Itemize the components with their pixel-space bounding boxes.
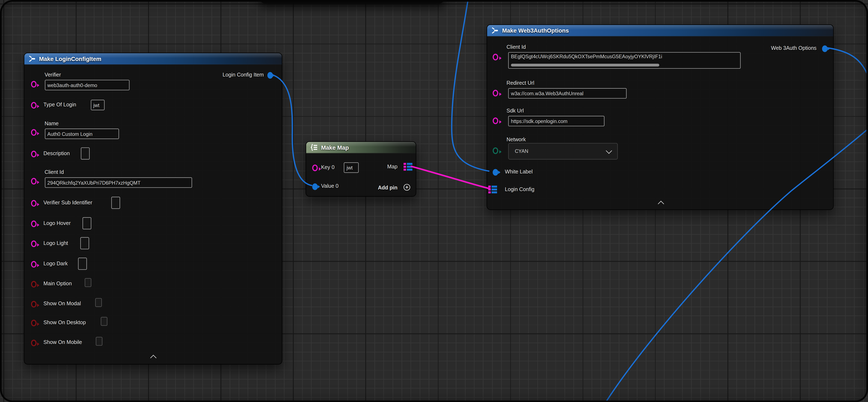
network-selected-value: CYAN	[515, 148, 528, 154]
verifier-sub-identifier-input[interactable]	[111, 197, 120, 209]
network-label: Network	[506, 136, 526, 142]
blueprint-editor: Make LoginConfigItem Verifier web3auth-a…	[0, 0, 868, 402]
logo-light-label: Logo Light	[43, 240, 68, 246]
verifier-input[interactable]: web3auth-auth0-demo	[44, 80, 129, 90]
sdk-url-pin[interactable]	[493, 117, 498, 124]
show-on-modal-label: Show On Modal	[43, 300, 81, 306]
type-of-login-label: Type Of Login	[43, 101, 76, 108]
network-dropdown[interactable]: CYAN	[508, 143, 618, 160]
map-grid-pin[interactable]	[404, 162, 412, 171]
logo-hover-pin[interactable]	[31, 221, 36, 227]
login-config-label: Login Config	[505, 186, 534, 192]
wire-map-to-loginconfig[interactable]	[411, 166, 490, 189]
chevron-down-icon	[606, 147, 612, 154]
make-map-icon	[310, 144, 318, 151]
node-make-loginconfigitem[interactable]: Make LoginConfigItem Verifier web3auth-a…	[24, 53, 282, 365]
value-0-pin[interactable]	[312, 183, 318, 190]
client-id-pin[interactable]	[31, 178, 36, 184]
node-title: Make Web3AuthOptions	[502, 27, 569, 34]
client-id-label: Client Id	[44, 169, 64, 175]
name-pin[interactable]	[31, 129, 36, 136]
description-pin[interactable]	[31, 151, 36, 157]
web3auth-options-output-pin[interactable]	[822, 46, 828, 52]
show-on-mobile-checkbox[interactable]	[96, 337, 102, 346]
node-header[interactable]: Make LoginConfigItem	[24, 53, 281, 65]
show-on-modal-checkbox[interactable]	[95, 298, 102, 307]
sdk-url-label: Sdk Url	[506, 108, 524, 114]
network-pin[interactable]	[493, 147, 498, 154]
description-input[interactable]	[81, 147, 89, 160]
make-struct-icon	[28, 55, 36, 63]
key-0-label: Key 0	[321, 164, 334, 170]
logo-dark-label: Logo Dark	[43, 260, 68, 267]
client-id-value: BEglQSgt4cUWcj6SKRdu5QkOXTsePmMcusG5EAoy…	[509, 53, 740, 59]
redirect-url-pin[interactable]	[493, 90, 498, 96]
show-on-modal-pin[interactable]	[31, 301, 36, 308]
node-header[interactable]: Make Map	[306, 142, 416, 153]
chevron-up-icon	[150, 355, 156, 361]
login-config-item-output-pin[interactable]	[267, 72, 273, 79]
logo-dark-pin[interactable]	[31, 261, 36, 268]
redirect-url-label: Redirect Url	[506, 80, 534, 86]
node-title: Make LoginConfigItem	[39, 56, 101, 62]
node-header[interactable]: Make Web3AuthOptions	[487, 25, 833, 36]
type-of-login-input[interactable]: jwt	[91, 100, 104, 110]
collapse-node-button[interactable]	[150, 356, 156, 361]
name-input[interactable]: Auth0 Custom Login	[44, 128, 119, 139]
redirect-url-input[interactable]: w3a://com.w3a.Web3AuthUnreal	[508, 88, 627, 98]
show-on-mobile-pin[interactable]	[31, 340, 36, 346]
main-option-checkbox[interactable]	[85, 278, 91, 287]
client-id-pin[interactable]	[493, 54, 498, 61]
horizontal-scrollbar[interactable]	[511, 64, 659, 66]
client-id-input[interactable]: 294QRkchfq2YaXUbPri7D6PH7xzHgQMT	[44, 177, 192, 188]
verifier-pin[interactable]	[31, 81, 36, 88]
verifier-label: Verifier	[44, 71, 61, 78]
login-config-item-output-label: Login Config Item	[222, 71, 264, 78]
logo-light-input[interactable]	[80, 237, 89, 249]
offscreen-node-bottom-edge	[260, 0, 444, 3]
node-make-map[interactable]: Make Map Key 0 jwt Map Value 0 Add pin +	[306, 141, 416, 197]
web3auth-options-output-label: Web 3Auth Options	[771, 45, 816, 51]
show-on-desktop-label: Show On Desktop	[43, 319, 86, 325]
main-option-label: Main Option	[43, 280, 72, 286]
login-config-map-pin[interactable]	[488, 185, 497, 194]
main-option-pin[interactable]	[31, 281, 36, 288]
wire-offscreen-to-whitelabel[interactable]	[452, 0, 489, 171]
verifier-sub-identifier-pin[interactable]	[31, 200, 36, 207]
logo-dark-input[interactable]	[78, 258, 87, 270]
show-on-desktop-checkbox[interactable]	[100, 317, 107, 326]
type-of-login-pin[interactable]	[31, 102, 36, 109]
logo-light-pin[interactable]	[31, 240, 36, 247]
white-label-pin[interactable]	[493, 169, 498, 176]
chevron-up-icon	[658, 201, 664, 207]
name-label: Name	[44, 120, 59, 126]
collapse-node-button[interactable]	[658, 202, 664, 207]
key-0-input[interactable]: jwt	[344, 162, 359, 173]
node-title: Make Map	[321, 144, 349, 151]
graph-canvas[interactable]: Make LoginConfigItem Verifier web3auth-a…	[0, 0, 868, 402]
add-pin-label: Add pin	[378, 184, 398, 191]
verifier-sub-identifier-label: Verifier Sub Identifier	[43, 200, 92, 206]
logo-hover-label: Logo Hover	[43, 220, 70, 226]
make-struct-icon	[491, 27, 499, 34]
logo-hover-input[interactable]	[82, 217, 91, 229]
sdk-url-input[interactable]: https://sdk.openlogin.com	[508, 116, 604, 126]
white-label-label: White Label	[505, 168, 532, 174]
show-on-desktop-pin[interactable]	[31, 320, 36, 326]
plus-circle-icon[interactable]: +	[404, 184, 410, 191]
client-id-input[interactable]: BEglQSgt4cUWcj6SKRdu5QkOXTsePmMcusG5EAoy…	[508, 52, 741, 69]
show-on-mobile-label: Show On Mobile	[43, 339, 82, 345]
value-0-label: Value 0	[321, 183, 338, 189]
description-label: Description	[43, 150, 70, 156]
key-0-pin[interactable]	[312, 165, 318, 171]
map-output-label: Map	[387, 163, 398, 169]
client-id-label: Client Id	[506, 44, 526, 50]
node-make-web3authoptions[interactable]: Make Web3AuthOptions Client Id BEglQSgt4…	[487, 24, 834, 210]
